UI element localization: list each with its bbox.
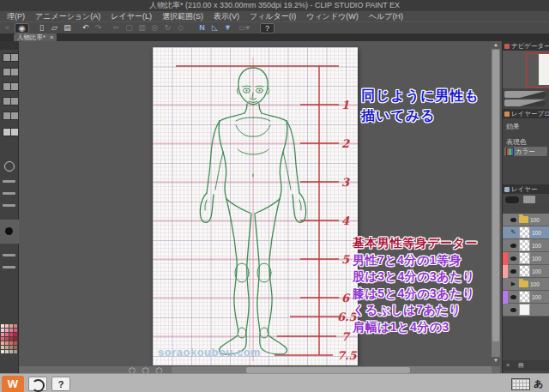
menu-layer[interactable]: レイヤー(L): [106, 11, 157, 21]
panel-collapse-icon[interactable]: «: [2, 23, 13, 33]
layer-thumbnail[interactable]: [519, 226, 530, 238]
layer-row[interactable]: 100: [503, 214, 549, 226]
palette-dock-icons[interactable]: ≡ ▤: [503, 360, 549, 371]
menu-animation[interactable]: アニメーション(A): [30, 11, 106, 21]
layer-visible-icon[interactable]: [510, 218, 516, 222]
tool-property-slider[interactable]: [3, 204, 15, 207]
color-swatch[interactable]: [14, 333, 17, 336]
color-swatch[interactable]: [1, 346, 4, 349]
subtool-thumb[interactable]: [10, 68, 19, 76]
layer-visible-icon[interactable]: [510, 308, 516, 312]
redo-icon[interactable]: ↷: [93, 23, 104, 33]
layer-property-tab[interactable]: レイヤープロパティ: [503, 109, 549, 118]
layer-visible-icon[interactable]: [510, 295, 516, 299]
clip-studio-taskbar-icon[interactable]: [28, 377, 47, 391]
color-swatch[interactable]: [5, 324, 9, 328]
subtool-thumb[interactable]: [10, 53, 19, 62]
document-tab[interactable]: 人物比率* ×: [14, 33, 57, 41]
undo-icon[interactable]: ↶: [80, 23, 91, 33]
subtool-thumb[interactable]: [10, 97, 19, 106]
color-swatch[interactable]: [9, 337, 13, 341]
snap-ruler-icon[interactable]: N: [196, 23, 208, 33]
ime-mode-indicator[interactable]: あ: [534, 377, 543, 390]
color-swatch[interactable]: [5, 337, 9, 341]
color-swatch[interactable]: [5, 350, 9, 353]
snap-special-ruler-icon[interactable]: ◺: [209, 23, 220, 33]
layer-row[interactable]: 100: [503, 265, 549, 278]
expand-icon[interactable]: ▶: [508, 280, 519, 287]
zoom-icon[interactable]: ◎: [149, 23, 160, 33]
open-file-icon[interactable]: ▱: [49, 23, 60, 33]
layer-folder-row[interactable]: ▶ 100: [503, 278, 549, 291]
horizontal-scroll-thumb[interactable]: [246, 367, 410, 373]
paper-layer-row[interactable]: [503, 304, 549, 317]
copy-icon[interactable]: ▢: [124, 23, 135, 33]
cut-icon[interactable]: ✂: [111, 23, 122, 33]
color-swatch[interactable]: [1, 350, 4, 353]
color-swatch[interactable]: [9, 333, 13, 336]
layer-visible-icon[interactable]: [510, 269, 516, 274]
layer-row[interactable]: 100: [503, 252, 549, 265]
layer-panel-tab[interactable]: レイヤー: [503, 184, 549, 194]
rotate-slider[interactable]: [504, 100, 546, 106]
color-swatch[interactable]: [1, 324, 4, 328]
rotate-icon[interactable]: ↻: [162, 23, 173, 33]
color-swatch[interactable]: [9, 346, 13, 349]
scroll-up-icon[interactable]: ▲: [492, 41, 500, 49]
color-swatch[interactable]: [1, 337, 4, 341]
tab-close-icon[interactable]: ×: [50, 33, 53, 41]
navigator-preview[interactable]: [503, 51, 549, 88]
color-swatch[interactable]: [1, 329, 4, 332]
paste-icon[interactable]: ▥: [136, 23, 148, 33]
trash-icon[interactable]: [10, 128, 19, 136]
layer-thumbnail[interactable]: [519, 265, 530, 277]
color-swatch[interactable]: [14, 329, 17, 332]
tool-property-slider[interactable]: [3, 266, 15, 268]
help-icon[interactable]: ?: [260, 23, 274, 33]
layer-row-selected[interactable]: ✎ 100: [503, 226, 549, 239]
color-swatch[interactable]: [1, 341, 4, 345]
layer-thumbnail[interactable]: [519, 252, 530, 264]
color-swatch[interactable]: [14, 341, 17, 345]
layer-visible-icon[interactable]: [510, 244, 516, 248]
color-swatch[interactable]: [5, 333, 9, 336]
horizontal-scrollbar[interactable]: [172, 366, 492, 373]
ruler-menu-icon[interactable]: ▭▾: [238, 23, 250, 33]
color-swatch[interactable]: [5, 341, 9, 345]
menu-view[interactable]: 表示(V): [208, 11, 244, 21]
color-swatch[interactable]: [5, 346, 9, 349]
navigator-tab[interactable]: ナビゲーター: [503, 41, 549, 51]
layer-thumbnail[interactable]: [519, 291, 530, 303]
menu-page[interactable]: 理(P): [2, 11, 30, 21]
color-swatch[interactable]: [9, 329, 13, 332]
vertical-scroll-thumb[interactable]: [492, 50, 499, 341]
color-swatch[interactable]: [14, 350, 17, 353]
menu-filter[interactable]: フィルター(I): [244, 11, 301, 21]
menu-selection[interactable]: 選択範囲(S): [157, 11, 208, 21]
zoom-slider[interactable]: [504, 91, 546, 98]
layer-visible-icon[interactable]: [510, 256, 516, 261]
color-swatch[interactable]: [5, 329, 9, 332]
taskbar-w-app-icon[interactable]: W: [2, 376, 24, 392]
tool-property-slider[interactable]: [3, 192, 15, 195]
canvas-page[interactable]: 1 2 3 4 5 6 6.5 7 7.5: [153, 47, 358, 365]
color-swatch[interactable]: [9, 324, 13, 328]
expression-color-dropdown[interactable]: カラー: [504, 147, 547, 156]
touch-keyboard-icon[interactable]: [511, 378, 530, 390]
layer-thumbnail[interactable]: [519, 239, 530, 251]
color-swatch[interactable]: [14, 346, 17, 349]
vertical-scrollbar[interactable]: ▲ ▼: [492, 41, 500, 365]
blend-mode-icon[interactable]: [505, 196, 519, 203]
new-file-icon[interactable]: ▯: [36, 23, 47, 33]
tool-property-slider[interactable]: [3, 254, 15, 256]
menu-window[interactable]: ウィンドウ(W): [301, 11, 364, 21]
subtool-thumb[interactable]: [10, 112, 19, 120]
view-control-icons[interactable]: ◯ ◯ ◯: [129, 367, 165, 373]
save-icon[interactable]: ▤: [62, 23, 73, 33]
help-taskbar-icon[interactable]: ?: [51, 377, 70, 391]
clip-studio-logo-icon[interactable]: ◉: [15, 23, 29, 33]
scroll-down-icon[interactable]: ▼: [492, 357, 500, 365]
tool-property-slider[interactable]: [3, 180, 15, 183]
paper-thumbnail[interactable]: [519, 304, 530, 316]
layer-row[interactable]: 100: [503, 291, 549, 304]
